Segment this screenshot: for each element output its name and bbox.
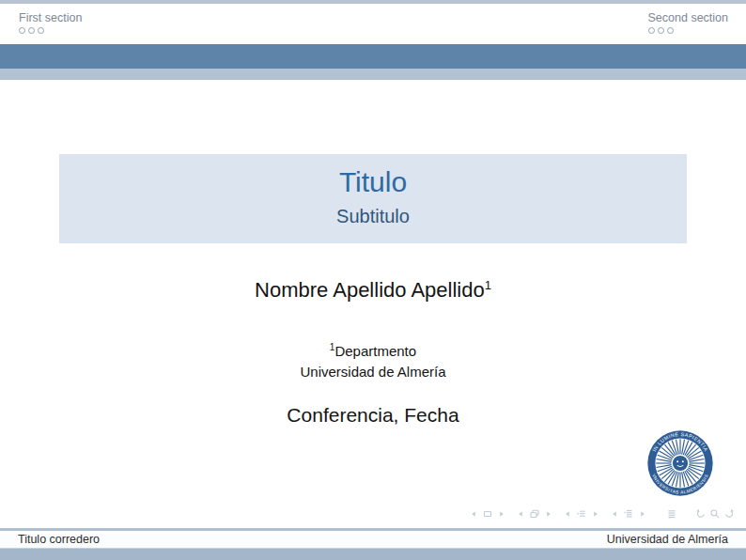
nav-back-icon[interactable] xyxy=(695,508,707,520)
presentation-slide: First section Second section Titulo Subt… xyxy=(0,0,746,560)
page-title: Titulo xyxy=(59,166,687,198)
nav-subsection-icon[interactable] xyxy=(576,508,587,520)
nav-section-icon[interactable] xyxy=(623,508,634,520)
nav-prev-section-icon[interactable] xyxy=(609,508,620,520)
nav-frame-icon[interactable] xyxy=(529,508,540,520)
nav-slide-icon[interactable] xyxy=(482,508,493,520)
nav-forward-icon[interactable] xyxy=(723,508,735,520)
sidebar-item-first-section[interactable]: First section xyxy=(19,11,82,34)
seal-sun-eye xyxy=(682,460,684,462)
nav-section-group xyxy=(609,508,648,520)
author-line: Nombre Apellido Apellido1 xyxy=(0,278,746,303)
slide-dot[interactable] xyxy=(667,27,674,34)
institute-block: 1Departmento Universidad de Almería xyxy=(0,337,746,381)
nav-next-frame-icon[interactable] xyxy=(543,508,554,520)
page-subtitle: Subtitulo xyxy=(59,205,687,227)
second-section-slide-dots xyxy=(648,27,728,34)
nav-subsection-group xyxy=(562,508,601,520)
footer-institution: Universidad de Almería xyxy=(607,533,728,546)
header-light-bar xyxy=(0,69,746,80)
institute-university: Universidad de Almería xyxy=(0,362,746,382)
nav-appendix-icon[interactable] xyxy=(666,508,677,520)
nav-search-icon[interactable] xyxy=(709,508,721,520)
seal-sun-face xyxy=(673,456,688,471)
footer-bottom-bar xyxy=(0,548,746,560)
university-seal-logo: IN LUMINE SAPIENTIA VNIVERSITAS ALMERIEN… xyxy=(645,428,716,499)
institute-department-line: 1Departmento xyxy=(0,337,746,362)
first-section-label[interactable]: First section xyxy=(19,11,82,24)
nav-slide-group xyxy=(468,508,507,520)
author-footnote-mark: 1 xyxy=(485,278,491,292)
slide-dot[interactable] xyxy=(19,27,25,34)
slide-dot[interactable] xyxy=(28,27,35,34)
conference-date-line: Conferencia, Fecha xyxy=(0,404,746,427)
first-section-slide-dots xyxy=(19,27,82,34)
seal-sun-eye xyxy=(676,460,678,462)
nav-history-search-group xyxy=(695,508,735,520)
header-blue-bar xyxy=(0,44,746,69)
slide-dot[interactable] xyxy=(648,27,655,34)
footer-short-title: Titulo corredero xyxy=(18,533,100,546)
nav-next-slide-icon[interactable] xyxy=(496,508,507,520)
title-box: Titulo Subtitulo xyxy=(59,154,687,243)
second-section-label[interactable]: Second section xyxy=(648,11,728,24)
beamer-navigation-bar xyxy=(468,506,735,521)
slide-dot[interactable] xyxy=(38,27,44,34)
sidebar-item-second-section[interactable]: Second section xyxy=(648,11,728,34)
institute-department: Departmento xyxy=(334,343,416,359)
nav-prev-slide-icon[interactable] xyxy=(468,508,479,520)
nav-frame-group xyxy=(515,508,554,520)
nav-next-section-icon[interactable] xyxy=(637,508,648,520)
nav-prev-subsection-icon[interactable] xyxy=(562,508,573,520)
slide-dot[interactable] xyxy=(658,27,664,34)
author-name: Nombre Apellido Apellido xyxy=(255,278,485,302)
section-nav-header: First section Second section xyxy=(0,4,746,44)
nav-next-subsection-icon[interactable] xyxy=(590,508,601,520)
footer: Titulo corredero Universidad de Almería xyxy=(0,531,746,548)
nav-prev-frame-icon[interactable] xyxy=(515,508,526,520)
